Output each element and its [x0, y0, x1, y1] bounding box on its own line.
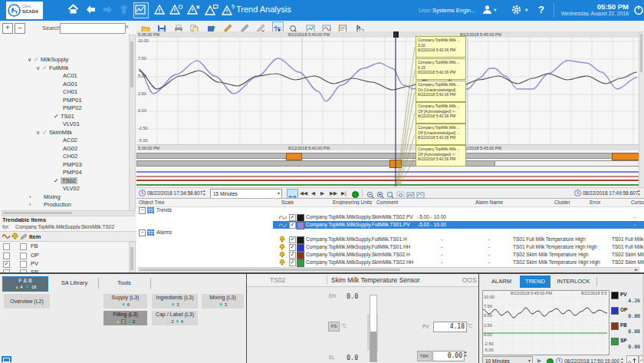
filling-l3-button[interactable]: Filling (L3)▲ 2 ▼ 2 — [104, 311, 147, 325]
tab-sa-library[interactable]: SA Library — [52, 276, 97, 290]
tab-trend[interactable]: TREND — [520, 276, 550, 288]
app-logo[interactable]: Client SCADA — [6, 2, 43, 19]
trk-button[interactable]: TRK — [417, 351, 432, 361]
mini-datetime[interactable]: 08/22/2018 17:50:15.000 — [564, 358, 619, 363]
row-checkbox[interactable]: ✓ — [289, 259, 296, 266]
settings-caret-icon[interactable]: ▼ — [524, 8, 528, 12]
search-clear-icon[interactable]: × — [125, 23, 129, 31]
trend-end-time[interactable]: 08/22/2018 17:49:58.607 — [583, 190, 638, 196]
group-row-trends[interactable]: − Trends — [136, 206, 644, 213]
start-time-spinner[interactable]: ▲▼ — [202, 189, 205, 196]
tab-alarm[interactable]: ALARM — [485, 276, 518, 288]
page-forward-button[interactable]: ▶▶ — [330, 190, 337, 196]
col-header[interactable]: Alarm Name — [475, 200, 503, 205]
gauge-bar[interactable] — [370, 295, 377, 362]
mini-span-select[interactable]: 10 Minutes▾ — [482, 356, 533, 363]
chart-vertical-scrollbar[interactable] — [639, 31, 644, 188]
tab-interlock[interactable]: INTERLOCK — [552, 276, 595, 288]
col-header[interactable]: Cluster — [554, 200, 570, 205]
trend-checkbox[interactable]: ✓ — [3, 261, 10, 268]
tab-f-and-b[interactable]: F & B ▲ 4 ▼ 18 — [2, 276, 48, 292]
cursor-handle[interactable] — [393, 31, 399, 38]
step-forward-button[interactable]: ▶ — [320, 190, 324, 196]
search-input[interactable] — [60, 23, 126, 34]
mini-datetime-spinner[interactable]: ▲▼ — [620, 357, 623, 363]
row-checkbox[interactable]: ✓ — [289, 252, 296, 259]
table-row[interactable]: ✓ Company.TopMilk.MilkSupply.SkimMilk.TS… — [273, 259, 644, 266]
col-header[interactable]: Engineering Units — [333, 200, 372, 205]
user-menu-caret-icon[interactable]: ▼ — [493, 8, 497, 12]
ingredients-l3-button[interactable]: Ingredients (L3)▼ 3 — [152, 294, 198, 309]
up-button[interactable] — [117, 4, 130, 16]
trend-plot-area[interactable]: 10.00 7.50 5.00 2.50 0.00 -2.50 -5.00 — [136, 38, 639, 144]
trk-field[interactable]: 0.00 — [432, 351, 465, 361]
pv-field[interactable]: 4.18 — [433, 322, 467, 332]
cap-label-l3-button[interactable]: Cap / Label (L3)△ 2 ▼ 4 — [152, 311, 198, 325]
trend-start-time[interactable]: 08/22/2018 17:34:58.607 — [147, 190, 202, 196]
collapse-group-icon[interactable]: − — [139, 207, 146, 214]
home-button[interactable] — [66, 4, 80, 16]
pen-checkbox[interactable] — [20, 252, 27, 259]
col-header[interactable]: Scale — [281, 200, 294, 205]
go-to-end-button[interactable]: ▶| — [341, 190, 347, 196]
trendable-row-fb[interactable]: FB — [0, 242, 127, 250]
col-header[interactable]: Cursor — [631, 200, 644, 205]
tab-tools[interactable]: Tools — [102, 276, 146, 290]
end-time-spinner[interactable]: ▲▼ — [637, 189, 640, 196]
pen-color-swatch[interactable] — [297, 259, 304, 267]
collapse-all-button[interactable]: − — [15, 23, 25, 34]
go-to-now-button[interactable] — [352, 191, 359, 198]
row-checkbox[interactable]: ✓ — [289, 236, 296, 243]
step-back-button[interactable]: ◀ — [311, 190, 315, 196]
alarm-timed-button[interactable] — [169, 4, 183, 16]
alarm-page-button[interactable] — [153, 4, 166, 16]
trend-page-button[interactable] — [133, 2, 149, 18]
tree-horizontal-scrollbar[interactable] — [2, 210, 135, 216]
pen-checkbox[interactable] — [20, 243, 27, 250]
trendable-row-op[interactable]: OP — [0, 251, 127, 259]
table-row[interactable]: ✓ Company.TopMilk.MilkSupply.FullMilk.TS… — [273, 236, 644, 243]
user-menu-button[interactable] — [480, 4, 494, 16]
trend-checkbox[interactable] — [3, 243, 10, 250]
trend-checkbox[interactable] — [3, 252, 10, 259]
mini-trend-plot[interactable]: 8/22/2018 5:45:00 PM 8/22/2018 5:5 10.00… — [482, 290, 610, 355]
oos-badge[interactable]: OOS — [462, 276, 477, 284]
col-header[interactable]: Comment — [376, 200, 398, 205]
scroll-right-icon[interactable]: ▶ — [635, 267, 638, 272]
autoscale-y-button[interactable] — [626, 355, 639, 363]
trk-spinner[interactable]: ▲▼ — [464, 350, 467, 358]
expand-all-button[interactable]: + — [2, 23, 13, 34]
page-back-button[interactable]: ◀◀ — [300, 190, 307, 196]
row-checkbox[interactable]: ✓ — [289, 244, 296, 251]
col-header[interactable]: Object Tree — [139, 200, 165, 205]
mixing-l3-button[interactable]: Mixing (L3)▼ 3 — [202, 294, 244, 309]
mini-play-button[interactable]: ▶ — [537, 358, 541, 363]
mini-now-button[interactable] — [547, 358, 554, 363]
system-tray-icon[interactable] — [2, 356, 12, 362]
back-button[interactable] — [84, 4, 97, 16]
alarm-history-button[interactable]: 5 — [222, 4, 235, 16]
table-row[interactable]: ✓ Company.TopMilk.MilkSupply.FullMilk.TS… — [273, 243, 644, 251]
chevron-down-icon[interactable]: ∨ — [28, 55, 34, 64]
forward-button[interactable] — [100, 4, 114, 16]
row-checkbox[interactable]: ✓ — [289, 222, 296, 229]
col-header[interactable]: Error — [590, 200, 600, 205]
table-row-selected[interactable]: ✓ Company.TopMilk.MilkSupply.FullMilk.TS… — [273, 221, 644, 229]
check-icon[interactable]: ✓ — [34, 55, 41, 64]
trendable-row-pv[interactable]: ✓PV — [0, 259, 127, 268]
alarm-shelved-button[interactable] — [187, 4, 201, 16]
table-row[interactable]: ✓ Company.TopMilk.MilkSupply.SkimMilk.TS… — [273, 213, 644, 221]
tree-vertical-scrollbar[interactable] — [129, 35, 136, 211]
supply-l3-button[interactable]: Supply (L3)▼ 6 — [104, 294, 147, 309]
pen-checkbox[interactable] — [20, 261, 27, 268]
row-checkbox[interactable]: ✓ — [289, 214, 296, 221]
fs-button[interactable]: FS — [328, 322, 340, 332]
table-row[interactable]: ✓ Company.TopMilk.MilkSupply.SkimMilk.TS… — [273, 251, 644, 259]
power-button[interactable] — [632, 5, 644, 17]
group-row-alarms[interactable]: − Alarms — [136, 229, 644, 236]
settings-button[interactable] — [509, 4, 523, 16]
overview-l2-button[interactable]: Overview (L2) — [4, 294, 50, 309]
chevron-right-icon[interactable]: › — [29, 200, 35, 209]
alarm-comment-button[interactable] — [205, 4, 219, 16]
collapse-group-icon[interactable]: − — [139, 229, 146, 236]
